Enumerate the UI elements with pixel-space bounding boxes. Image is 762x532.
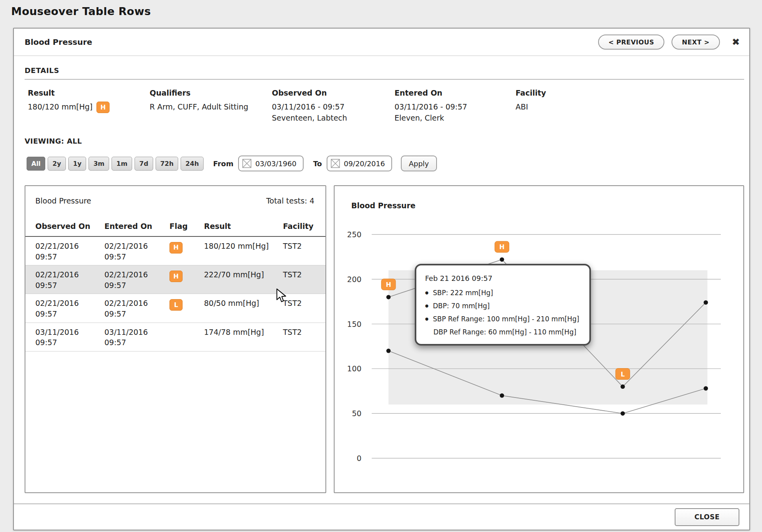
entered-time: 09:57	[104, 280, 169, 291]
to-label: To	[313, 159, 322, 168]
result-label: Result	[28, 88, 144, 97]
modal-footer: CLOSE	[14, 503, 749, 530]
entered-time: 09:57	[104, 337, 169, 348]
range-button-1m[interactable]: 1m	[112, 157, 132, 171]
bullet-icon: ●	[425, 317, 429, 321]
entered-time: 09:57	[104, 309, 169, 319]
calendar-icon	[242, 159, 252, 168]
content-panels: Blood Pressure Total tests: 4 Observed O…	[25, 185, 744, 493]
range-button-24h[interactable]: 24h	[181, 157, 204, 171]
modal-header: Blood Pressure < PREVIOUS NEXT > ✖	[14, 29, 749, 56]
details-facility: Facility ABI	[516, 88, 744, 123]
close-icon[interactable]: ✖	[732, 37, 740, 47]
result-value: 180/120 mm[Hg]	[28, 102, 92, 111]
flag-badge: H	[169, 271, 183, 282]
table-row[interactable]: 02/21/201609:57 02/21/201609:57 H 222/70…	[25, 265, 325, 294]
facility-label: Facility	[516, 88, 739, 97]
bullet-icon: ●	[425, 304, 429, 308]
table-row[interactable]: 03/11/201609:57 03/11/201609:57 174/78 m…	[25, 323, 325, 351]
column-flag: Flag	[169, 222, 204, 230]
qualifiers-value: R Arm, CUFF, Adult Sitting	[150, 102, 266, 113]
result-cell: 180/120 mm[Hg]	[204, 241, 283, 252]
range-button-72h[interactable]: 72h	[156, 157, 179, 171]
page-title: Mouseover Table Rows	[11, 5, 762, 17]
table-title: Blood Pressure	[35, 196, 91, 205]
details-entered-on: Entered On 03/11/2016 - 09:57 Eleven, Cl…	[394, 88, 516, 123]
svg-text:0: 0	[357, 454, 362, 463]
previous-button[interactable]: < PREVIOUS	[598, 35, 664, 50]
observed-on-label: Observed On	[272, 88, 389, 97]
flag-badge: H	[169, 242, 183, 254]
observed-date: 02/21/2016	[35, 269, 104, 280]
entered-time: 09:57	[104, 252, 169, 262]
facility-cell: TST2	[283, 269, 316, 280]
tooltip-line-dbp-ref: DBP Ref Range: 60 mm[Hg] - 110 mm[Hg]	[425, 328, 580, 336]
table-row[interactable]: 02/21/201609:57 02/21/201609:57 L 80/50 …	[25, 294, 325, 323]
chart-title: Blood Pressure	[351, 201, 416, 210]
facility-cell: TST2	[283, 327, 316, 338]
range-button-7d[interactable]: 7d	[135, 157, 153, 171]
range-button-2y[interactable]: 2y	[48, 157, 66, 171]
result-cell: 80/50 mm[Hg]	[204, 298, 283, 309]
modal-header-actions: < PREVIOUS NEXT > ✖	[598, 35, 740, 50]
observed-time: 09:57	[35, 252, 104, 262]
modal-body: DETAILS Result 180/120 mm[Hg]H Qualifier…	[14, 56, 749, 503]
facility-cell: TST2	[283, 241, 316, 252]
facility-value: ABI	[516, 102, 739, 113]
chart-panel: 250200150100500HHL Blood Pressure Feb 21…	[334, 185, 744, 493]
entered-date: 03/11/2016	[104, 327, 169, 338]
details-qualifiers: Qualifiers R Arm, CUFF, Adult Sitting	[150, 88, 272, 123]
blood-pressure-modal: Blood Pressure < PREVIOUS NEXT > ✖ DETAI…	[13, 28, 750, 530]
observed-time: 09:57	[35, 280, 104, 291]
svg-text:50: 50	[352, 409, 362, 418]
range-button-all[interactable]: All	[27, 157, 45, 171]
column-result: Result	[204, 222, 283, 230]
entered-on-label: Entered On	[394, 88, 510, 97]
close-button[interactable]: CLOSE	[675, 508, 739, 526]
svg-text:250: 250	[347, 230, 362, 239]
tooltip-line-dbp: ● DBP: 70 mm[Hg]	[425, 302, 580, 310]
tooltip-line-sbp: ● SBP: 222 mm[Hg]	[425, 289, 580, 297]
filter-bar: All 2y 1y 3m 1m 7d 72h 24h From 03/03/19…	[27, 156, 744, 171]
entered-date: 02/21/2016	[104, 269, 169, 280]
modal-title: Blood Pressure	[25, 37, 92, 47]
apply-button[interactable]: Apply	[401, 156, 437, 171]
svg-text:L: L	[621, 371, 625, 378]
table-row[interactable]: 02/21/201609:57 02/21/201609:57 H 180/12…	[25, 237, 325, 265]
observed-on-by: Seventeen, Labtech	[272, 113, 389, 124]
from-date-field[interactable]: 03/03/1960	[238, 156, 304, 171]
result-cell: 174/78 mm[Hg]	[204, 327, 283, 338]
flag-badge: H	[96, 102, 110, 113]
from-label: From	[213, 159, 233, 168]
tooltip-line-sbp-ref: ● SBP Ref Range: 100 mm[Hg] - 210 mm[Hg]	[425, 315, 580, 323]
qualifiers-label: Qualifiers	[150, 88, 266, 97]
details-heading: DETAILS	[25, 66, 744, 75]
observed-date: 02/21/2016	[35, 241, 104, 252]
observed-time: 09:57	[35, 337, 104, 348]
svg-text:H: H	[499, 243, 504, 251]
column-facility: Facility	[283, 222, 316, 230]
to-date-value: 09/20/2016	[344, 159, 385, 168]
column-entered-on: Entered On	[104, 222, 169, 230]
chart-tooltip: Feb 21 2016 09:57 ● SBP: 222 mm[Hg] ● DB…	[415, 264, 591, 346]
entered-on-value: 03/11/2016 - 09:57	[394, 102, 510, 113]
svg-text:H: H	[386, 281, 391, 288]
calendar-icon	[331, 159, 340, 168]
range-button-1y[interactable]: 1y	[68, 157, 87, 171]
observed-time: 09:57	[35, 309, 104, 319]
result-cell: 222/70 mm[Hg]	[204, 269, 283, 280]
observed-on-value: 03/11/2016 - 09:57	[272, 102, 389, 113]
range-button-3m[interactable]: 3m	[89, 157, 109, 171]
details-section: Result 180/120 mm[Hg]H Qualifiers R Arm,…	[25, 80, 744, 123]
next-button[interactable]: NEXT >	[672, 35, 720, 50]
to-date-field[interactable]: 09/20/2016	[327, 156, 392, 171]
observed-date: 02/21/2016	[35, 298, 104, 309]
entered-date: 02/21/2016	[104, 298, 169, 309]
observed-date: 03/11/2016	[35, 327, 104, 338]
viewing-label: VIEWING: ALL	[25, 137, 744, 145]
results-table-panel: Blood Pressure Total tests: 4 Observed O…	[25, 185, 326, 493]
details-observed-on: Observed On 03/11/2016 - 09:57 Seventeen…	[272, 88, 394, 123]
from-date-value: 03/03/1960	[255, 159, 296, 168]
bullet-icon: ●	[425, 291, 429, 295]
svg-text:150: 150	[347, 320, 362, 328]
